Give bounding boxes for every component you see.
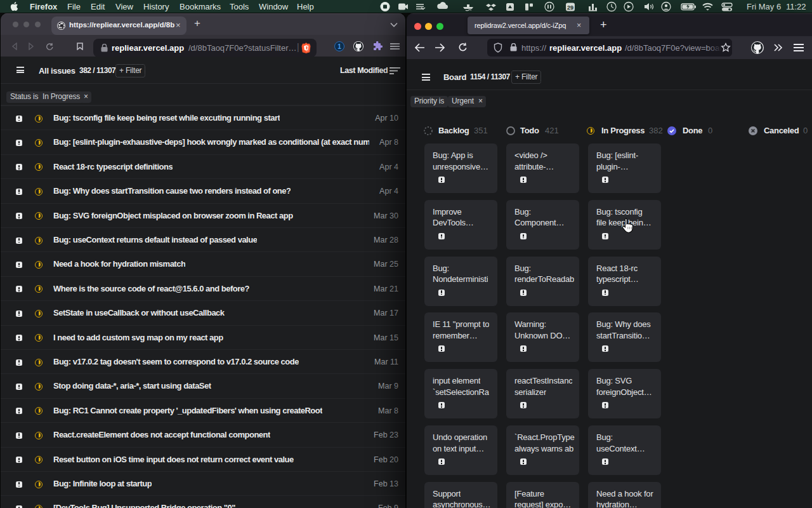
svg-text:1: 1 xyxy=(337,43,341,50)
svg-text:29: 29 xyxy=(567,4,573,11)
